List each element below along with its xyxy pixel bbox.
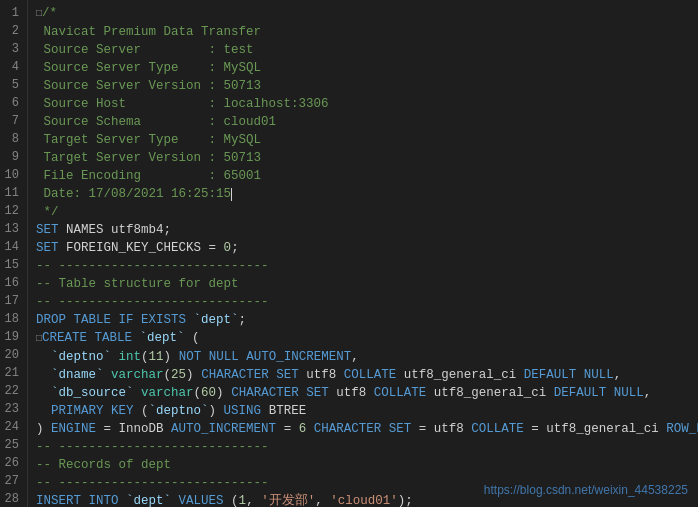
line-number: 28 bbox=[4, 490, 23, 507]
line-number: 17 bbox=[4, 292, 23, 310]
line-number: 2 bbox=[4, 22, 23, 40]
code-line: -- ---------------------------- bbox=[36, 293, 690, 311]
code-editor: 1234567891011121314151617181920212223242… bbox=[0, 0, 698, 507]
line-number: 12 bbox=[4, 202, 23, 220]
code-line: Navicat Premium Data Transfer bbox=[36, 23, 690, 41]
text-segment: File Encoding : 65001 bbox=[36, 169, 261, 183]
line-number: 9 bbox=[4, 148, 23, 166]
text-segment: -- Table structure for dept bbox=[36, 277, 239, 291]
line-number: 16 bbox=[4, 274, 23, 292]
line-number: 14 bbox=[4, 238, 23, 256]
code-line: */ bbox=[36, 203, 690, 221]
line-number: 15 bbox=[4, 256, 23, 274]
line-number: 8 bbox=[4, 130, 23, 148]
text-segment: */ bbox=[36, 205, 59, 219]
line-number: 20 bbox=[4, 346, 23, 364]
code-line: Target Server Version : 50713 bbox=[36, 149, 690, 167]
line-number: 18 bbox=[4, 310, 23, 328]
code-line: Target Server Type : MySQL bbox=[36, 131, 690, 149]
text-segment: Target Server Version : 50713 bbox=[36, 151, 261, 165]
cursor bbox=[231, 188, 232, 201]
line-number: 4 bbox=[4, 58, 23, 76]
text-segment: Date: 17/08/2021 16:25:15 bbox=[36, 187, 231, 201]
code-line: ) ENGINE = InnoDB AUTO_INCREMENT = 6 CHA… bbox=[36, 420, 690, 438]
line-number: 13 bbox=[4, 220, 23, 238]
code-line: Source Schema : cloud01 bbox=[36, 113, 690, 131]
line-number: 22 bbox=[4, 382, 23, 400]
code-line: SET FOREIGN_KEY_CHECKS = 0; bbox=[36, 239, 690, 257]
line-number: 6 bbox=[4, 94, 23, 112]
text-segment: Source Server Version : 50713 bbox=[36, 79, 261, 93]
text-segment: -- ---------------------------- bbox=[36, 259, 269, 273]
code-line: DROP TABLE IF EXISTS `dept`; bbox=[36, 311, 690, 329]
line-number: 3 bbox=[4, 40, 23, 58]
code-line: □CREATE TABLE `dept` ( bbox=[36, 329, 690, 348]
code-line: -- ---------------------------- bbox=[36, 438, 690, 456]
line-number: 1 bbox=[4, 4, 23, 22]
text-segment: Source Schema : cloud01 bbox=[36, 115, 276, 129]
line-number: 25 bbox=[4, 436, 23, 454]
code-line: Source Server : test bbox=[36, 41, 690, 59]
line-number: 26 bbox=[4, 454, 23, 472]
code-line: File Encoding : 65001 bbox=[36, 167, 690, 185]
text-segment: Source Server : test bbox=[36, 43, 254, 57]
code-line: -- Table structure for dept bbox=[36, 275, 690, 293]
watermark: https://blog.csdn.net/weixin_44538225 bbox=[484, 483, 688, 497]
line-number: 23 bbox=[4, 400, 23, 418]
text-segment: Target Server Type : MySQL bbox=[36, 133, 261, 147]
text-segment: Source Host : localhost:3306 bbox=[36, 97, 329, 111]
text-segment: Navicat Premium Data Transfer bbox=[36, 25, 261, 39]
line-number: 27 bbox=[4, 472, 23, 490]
line-numbers: 1234567891011121314151617181920212223242… bbox=[0, 0, 28, 507]
code-line: `db_source` varchar(60) CHARACTER SET ut… bbox=[36, 384, 690, 402]
line-number: 11 bbox=[4, 184, 23, 202]
text-segment: -- ---------------------------- bbox=[36, 295, 269, 309]
line-number: 24 bbox=[4, 418, 23, 436]
code-line: SET NAMES utf8mb4; bbox=[36, 221, 690, 239]
code-line: Source Server Version : 50713 bbox=[36, 77, 690, 95]
text-segment: /* bbox=[42, 6, 57, 20]
text-segment: -- ---------------------------- bbox=[36, 476, 269, 490]
code-line: Date: 17/08/2021 16:25:15 bbox=[36, 185, 690, 203]
code-line: Source Host : localhost:3306 bbox=[36, 95, 690, 113]
code-content[interactable]: □/* Navicat Premium Data Transfer Source… bbox=[28, 0, 698, 507]
code-line: □/* bbox=[36, 4, 690, 23]
code-line: Source Server Type : MySQL bbox=[36, 59, 690, 77]
line-number: 10 bbox=[4, 166, 23, 184]
line-number: 19 bbox=[4, 328, 23, 346]
line-number: 21 bbox=[4, 364, 23, 382]
code-line: `deptno` int(11) NOT NULL AUTO_INCREMENT… bbox=[36, 348, 690, 366]
code-line: -- ---------------------------- bbox=[36, 257, 690, 275]
code-line: `dname` varchar(25) CHARACTER SET utf8 C… bbox=[36, 366, 690, 384]
text-segment: -- Records of dept bbox=[36, 458, 171, 472]
code-line: PRIMARY KEY (`deptno`) USING BTREE bbox=[36, 402, 690, 420]
line-number: 7 bbox=[4, 112, 23, 130]
line-number: 5 bbox=[4, 76, 23, 94]
code-line: -- Records of dept bbox=[36, 456, 690, 474]
text-segment: -- ---------------------------- bbox=[36, 440, 269, 454]
text-segment: Source Server Type : MySQL bbox=[36, 61, 261, 75]
